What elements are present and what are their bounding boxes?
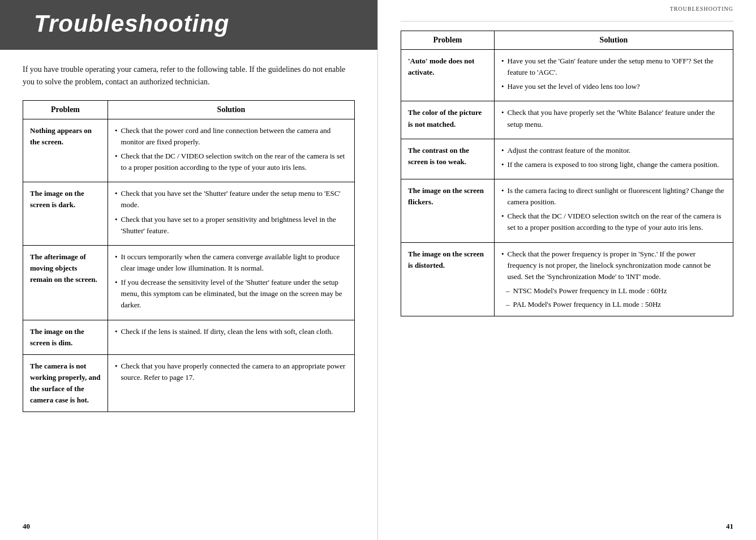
page-title: Troubleshooting: [34, 10, 355, 37]
right-col-header-problem: Problem: [401, 31, 495, 50]
solution-bullet: Check that the DC / VIDEO selection swit…: [115, 151, 347, 173]
solution-bullet: If you decrease the sensitivity level of…: [115, 277, 347, 311]
solution-bullet: Check that you have properly connected t…: [115, 361, 347, 383]
table-row-problem: The camera is not working properly, and …: [23, 354, 108, 412]
right-page-header: TROUBLESHOOTING: [401, 0, 733, 22]
table-row-solution: Check that you have set the 'Shutter' fe…: [108, 182, 355, 246]
right-table: Problem Solution 'Auto' mode does not ac…: [401, 31, 733, 316]
col-header-problem: Problem: [23, 100, 108, 119]
title-bar: Troubleshooting: [0, 0, 377, 50]
solution-bullet: Check that the power cord and line conne…: [115, 125, 347, 148]
page-number-right: 41: [726, 522, 733, 531]
page-number-left: 40: [23, 522, 30, 531]
table-row-problem: The image on the screen is distorted.: [401, 242, 495, 316]
solution-bullet: Check that you have set the 'Shutter' fe…: [115, 188, 347, 211]
solution-bullet: Adjust the contrast feature of the monit…: [501, 145, 726, 156]
table-row-problem: The contrast on the screen is too weak.: [401, 139, 495, 179]
right-page: TROUBLESHOOTING Problem Solution 'Auto' …: [378, 0, 756, 540]
solution-bullet: Is the camera facing to direct sunlight …: [501, 185, 726, 208]
intro-paragraph: If you have trouble operating your camer…: [23, 63, 355, 89]
solution-bullet: If the camera is exposed to too strong l…: [501, 159, 726, 170]
solution-dash: PAL Model's Power frequency in LL mode :…: [506, 299, 726, 310]
solution-bullet: Have you set the level of video lens too…: [501, 81, 726, 92]
header-label: TROUBLESHOOTING: [670, 6, 733, 12]
solution-bullet: Check that the power frequency is proper…: [501, 248, 726, 282]
table-row-problem: The image on the screen flickers.: [401, 179, 495, 242]
left-page: Troubleshooting If you have trouble oper…: [0, 0, 378, 540]
table-row-solution: Have you set the 'Gain' feature under th…: [495, 50, 733, 101]
table-row-solution: Check that you have properly set the 'Wh…: [495, 101, 733, 139]
table-row-solution: Is the camera facing to direct sunlight …: [495, 179, 733, 242]
table-row-problem: Nothing appears on the screen.: [23, 119, 108, 182]
table-row-problem: The image on the screen is dim.: [23, 320, 108, 354]
table-row-problem: The color of the picture is not matched.: [401, 101, 495, 139]
solution-bullet: Check if the lens is stained. If dirty, …: [115, 326, 347, 337]
solution-dash: NTSC Model's Power frequency in LL mode …: [506, 285, 726, 297]
col-header-solution: Solution: [108, 100, 355, 119]
solution-bullet: Check that you have set to a proper sens…: [115, 214, 347, 237]
table-row-problem: 'Auto' mode does not activate.: [401, 50, 495, 101]
table-row-solution: Check that the power frequency is proper…: [495, 242, 733, 316]
table-row-solution: Check if the lens is stained. If dirty, …: [108, 320, 355, 354]
solution-bullet: It occurs temporarily when the camera co…: [115, 251, 347, 274]
solution-bullet: Check that the DC / VIDEO selection swit…: [501, 211, 726, 233]
solution-bullet: Check that you have properly set the 'Wh…: [501, 107, 726, 130]
table-row-solution: Adjust the contrast feature of the monit…: [495, 139, 733, 179]
right-col-header-solution: Solution: [495, 31, 733, 50]
table-row-problem: The image on the screen is dark.: [23, 182, 108, 246]
left-table: Problem Solution Nothing appears on the …: [23, 100, 355, 413]
table-row-solution: It occurs temporarily when the camera co…: [108, 245, 355, 320]
table-row-solution: Check that you have properly connected t…: [108, 354, 355, 412]
table-row-problem: The afterimage of moving objects remain …: [23, 245, 108, 320]
solution-bullet: Have you set the 'Gain' feature under th…: [501, 55, 726, 78]
table-row-solution: Check that the power cord and line conne…: [108, 119, 355, 182]
